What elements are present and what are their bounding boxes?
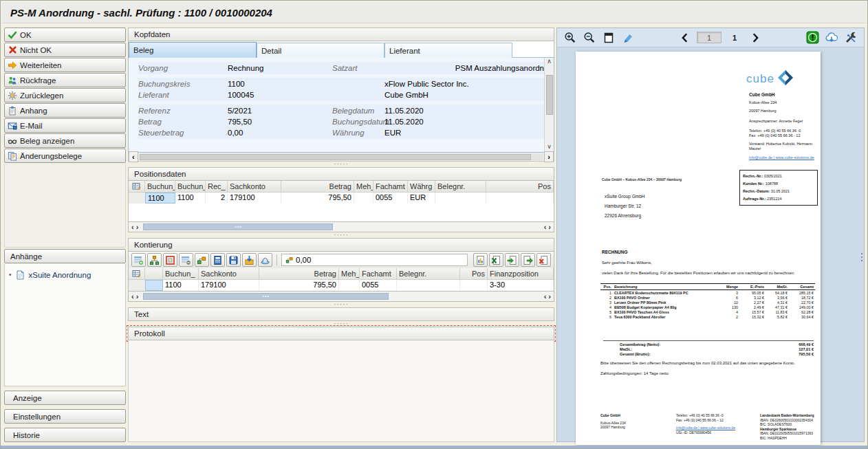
aenderungsbelege-button[interactable]: Änderungsbelege: [4, 149, 126, 163]
add-row-icon[interactable]: [131, 253, 146, 267]
tab-beleg[interactable]: Beleg: [129, 42, 257, 58]
col-finanzposition[interactable]: Finanzposition: [488, 268, 554, 280]
col-fachamt[interactable]: Fachamt: [360, 268, 397, 280]
col-belegnr[interactable]: Belegnr.: [435, 181, 486, 193]
table-settings-icon[interactable]: [129, 268, 145, 280]
cell-betrag[interactable]: 795,50: [259, 280, 339, 291]
chart-icon[interactable]: [473, 253, 488, 267]
next-page-icon[interactable]: [748, 30, 763, 45]
scroll-left-icon[interactable]: ‹: [131, 292, 134, 300]
col-betrag[interactable]: Betrag: [259, 268, 339, 280]
panel-splitter[interactable]: [128, 321, 554, 327]
scroll-up-icon[interactable]: ∧: [547, 58, 552, 65]
reject-doc-icon[interactable]: [536, 253, 551, 267]
kopfdaten-vertical-scrollbar[interactable]: ∧ ∨: [544, 58, 554, 152]
page-number-input[interactable]: 1: [697, 32, 721, 43]
col-buchun2[interactable]: Buchun_: [175, 181, 206, 193]
protokoll-section-header[interactable]: Protokoll: [128, 327, 554, 340]
kontierung-row[interactable]: 1100 179100 795,50 0055 3-30: [129, 280, 554, 291]
col-belegnr[interactable]: Belegnr.: [397, 268, 460, 280]
col-rec[interactable]: Rec_: [206, 181, 228, 193]
excel-export-icon[interactable]: [489, 253, 503, 267]
col-buchun[interactable]: Buchun_: [163, 268, 199, 280]
zoom-in-icon[interactable]: [563, 30, 578, 45]
col-meh[interactable]: Meh_: [354, 181, 373, 193]
row-selector[interactable]: [129, 280, 145, 291]
cloud-download-icon[interactable]: [824, 30, 839, 45]
tab-detail[interactable]: Detail: [257, 43, 384, 58]
scroll-right-icon[interactable]: ›: [548, 292, 551, 300]
balance-icon[interactable]: [195, 253, 209, 267]
col-betrag[interactable]: Betrag: [281, 181, 354, 193]
cell-betrag[interactable]: 795,50: [281, 193, 354, 204]
col-pos[interactable]: Pos: [486, 181, 554, 193]
col-buchun1[interactable]: Buchun_: [145, 181, 175, 193]
scroll-left-icon[interactable]: ‹: [129, 151, 138, 162]
fit-page-icon[interactable]: [601, 30, 616, 45]
cell-meh[interactable]: [339, 280, 360, 291]
panel-splitter[interactable]: [128, 302, 554, 307]
cell-buchun1[interactable]: 1100: [145, 193, 175, 204]
col-pos[interactable]: Pos: [460, 268, 488, 280]
kontierung-section-header[interactable]: Kontierung: [128, 238, 554, 252]
scroll-right-icon[interactable]: ›: [136, 292, 139, 300]
cell-meh[interactable]: [354, 193, 373, 204]
scroll-right-icon[interactable]: ›: [136, 223, 139, 231]
row-selector[interactable]: [129, 193, 145, 204]
cell-select[interactable]: [145, 280, 163, 291]
text-section-header[interactable]: Text: [128, 307, 554, 321]
scroll-right-icon[interactable]: ›: [544, 151, 554, 162]
cell-buchun2[interactable]: 1100: [175, 193, 206, 204]
anhang-button[interactable]: Anhang: [4, 103, 126, 118]
cell-rec[interactable]: 2: [206, 193, 228, 204]
kopfdaten-section-header[interactable]: Kopfdaten: [128, 28, 554, 41]
prev-page-icon[interactable]: [677, 30, 693, 45]
positionsdaten-row[interactable]: 1100 1100 2 179100 795,50 0055 EUR: [129, 193, 554, 204]
scroll-down-icon[interactable]: ∨: [547, 143, 552, 151]
panel-splitter[interactable]: [128, 232, 554, 238]
calculator-icon[interactable]: [210, 253, 225, 267]
cell-finanzposition[interactable]: 3-30: [488, 280, 554, 291]
col-meh[interactable]: Meh_: [339, 268, 360, 280]
col-waehrg[interactable]: Währg: [408, 181, 435, 193]
historie-button[interactable]: Historie: [4, 428, 126, 442]
col-sachkonto[interactable]: Sachkonto: [228, 181, 281, 193]
save-icon[interactable]: [226, 253, 241, 267]
export-doc-icon[interactable]: [521, 253, 535, 267]
cell-pos[interactable]: [486, 193, 554, 204]
splitter-handle[interactable]: [860, 248, 863, 266]
remove-row-icon[interactable]: [179, 253, 193, 267]
einstellungen-button[interactable]: Einstellungen: [4, 409, 126, 424]
cell-buchun[interactable]: 1100: [163, 280, 199, 291]
email-button[interactable]: E-Mail: [4, 118, 126, 133]
scroll-left-icon[interactable]: ‹: [131, 223, 134, 231]
seal-icon[interactable]: [258, 253, 272, 267]
split-icon[interactable]: [147, 253, 162, 267]
tab-lieferant[interactable]: Lieferant: [384, 43, 512, 58]
anzeige-button[interactable]: Anzeige: [4, 391, 126, 405]
panel-splitter[interactable]: [128, 162, 554, 167]
rueckfrage-button[interactable]: Rückfrage: [4, 73, 126, 87]
scroll-thumb[interactable]: ▪▪▪: [143, 223, 333, 230]
col-fachamt[interactable]: Fachamt: [373, 181, 408, 193]
cell-sachkonto[interactable]: 179100: [228, 193, 281, 204]
table-settings-icon[interactable]: [129, 181, 145, 193]
scroll-thumb[interactable]: [546, 75, 553, 115]
cell-fachamt[interactable]: 0055: [360, 280, 397, 291]
positionsdaten-section-header[interactable]: Positionsdaten: [128, 167, 554, 181]
anhaenge-header-button[interactable]: Anhänge: [4, 249, 126, 263]
status-ok-icon[interactable]: [805, 30, 820, 45]
scroll-thumb[interactable]: [140, 154, 531, 160]
nicht-ok-button[interactable]: Nicht OK: [4, 43, 126, 57]
cell-belegnr[interactable]: [435, 193, 486, 204]
cell-pos[interactable]: [460, 280, 488, 291]
scroll-left-icon[interactable]: ‹: [544, 223, 547, 231]
cell-fachamt[interactable]: 0055: [373, 193, 408, 204]
highlighter-icon[interactable]: [620, 30, 636, 45]
scroll-thumb[interactable]: ▪▪▪: [143, 293, 389, 300]
zoom-out-icon[interactable]: [582, 30, 597, 45]
weiterleiten-button[interactable]: Weiterleiten: [4, 58, 126, 72]
scroll-left-icon[interactable]: ‹: [544, 292, 547, 300]
ok-button[interactable]: OK: [4, 28, 126, 42]
cell-waehrg[interactable]: EUR: [408, 193, 435, 204]
